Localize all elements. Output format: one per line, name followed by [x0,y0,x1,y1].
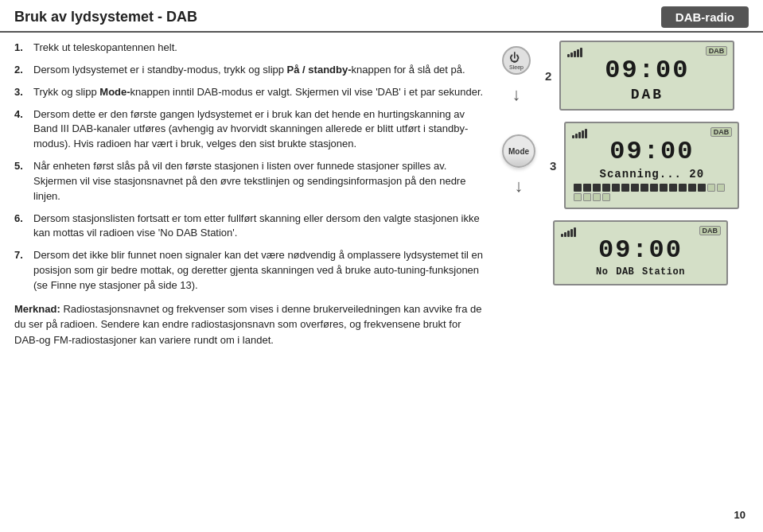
bar-1 [572,135,574,138]
dab-badge-3: DAB [699,226,722,235]
bar-5 [580,48,582,57]
display-label-3: No DAB Station [563,266,718,278]
scan-block [640,184,648,192]
bar-5 [574,227,576,237]
scan-block [660,184,668,192]
bar-4 [577,49,579,57]
step-1-num: 1. [14,41,29,56]
bar-2 [570,52,573,57]
step-6: 6. Dersom stasjonslisten fortsatt er tom… [14,212,488,242]
scan-block [707,184,715,192]
scan-block [669,184,677,192]
dab-badge-1: DAB [706,46,728,56]
scan-block [688,184,696,192]
section-badge: DAB-radio [661,6,749,28]
panel-2-row: Mode ↓ 3 DAB 09:00 Scanning... 20 [502,122,749,209]
main-content: 1. Trekk ut teleskopantennen helt. 2. De… [0,41,763,348]
step-5-text: Når enheten først slås på vil den første… [33,159,488,204]
signal-bars-1 [567,48,582,57]
scan-block [698,184,706,192]
scan-block [593,193,601,201]
step-3-num: 3. [14,85,29,100]
scan-block [583,193,591,201]
dab-badge-2: DAB [710,127,733,137]
scan-block [650,184,658,192]
power-icon: ⏻ [509,52,524,64]
radio-display-1: DAB 09:00 DAB [559,41,734,111]
bar-2 [575,134,578,138]
bar-1 [567,54,570,57]
merknad-text: Radiostasjonsnavnet og frekvenser som vi… [14,303,481,346]
page-number: 10 [734,509,745,521]
radio-display-3: DAB 09:00 No DAB Station [553,220,728,285]
power-button[interactable]: ⏻ Sleep [502,46,531,75]
mode-button-col: Mode ↓ [502,134,535,196]
bar-3 [574,51,576,57]
bar-3 [578,132,581,138]
mode-button[interactable]: Mode [502,134,535,168]
press-arrow-1: ↓ [512,84,521,105]
step-3: 3. Trykk og slipp Mode-knappen inntil DA… [14,85,488,100]
press-arrow-2: ↓ [515,176,524,196]
display-label-1: DAB [569,87,725,103]
step-7-num: 7. [14,248,29,293]
panel-1-row: ⏻ Sleep ↓ 2 DAB 09:00 DAB [502,41,749,111]
radio-display-2: DAB 09:00 Scanning... 20 [564,122,739,209]
step-1: 1. Trekk ut teleskopantennen helt. [14,41,488,56]
panels-column: ⏻ Sleep ↓ 2 DAB 09:00 DAB [502,41,749,348]
merknad-label: Merknad: [14,303,60,315]
bar-3 [567,231,570,237]
bar-2 [564,232,566,237]
scan-block [631,184,639,192]
step-3-text: Trykk og slipp Mode-knappen inntil DAB-m… [33,85,488,100]
scan-block [602,193,610,201]
step-4-num: 4. [14,107,29,153]
step-2-text: Dersom lydsystemet er i standby-modus, t… [33,63,488,78]
display-time-1: 09:00 [569,56,725,85]
step-4-text: Dersom dette er den første gangen lydsys… [33,107,488,153]
scan-block [583,184,591,192]
step-6-num: 6. [14,212,29,242]
step-1-text: Trekk ut teleskopantennen helt. [33,41,488,56]
panel-3-row: DAB 09:00 No DAB Station [502,220,749,285]
scan-block [612,184,620,192]
scan-block [602,184,610,192]
step-5-num: 5. [14,159,29,204]
scan-blocks [574,184,730,201]
step-4: 4. Dersom dette er den første gangen lyd… [14,107,488,153]
merknad-section: Merknad: Radiostasjonsnavnet og frekvens… [14,301,488,348]
step-indicator-3: 3 [550,159,556,173]
scan-block [593,184,601,192]
steps-column: 1. Trekk ut teleskopantennen helt. 2. De… [14,41,488,348]
page-title: Bruk av lydsystemet - DAB [14,9,197,25]
scan-block [574,193,582,201]
scan-block [679,184,687,192]
step-2: 2. Dersom lydsystemet er i standby-modus… [14,63,488,78]
step-indicator-2: 2 [545,69,551,83]
scan-block [574,184,582,192]
step-2-num: 2. [14,63,29,78]
bar-5 [585,129,587,138]
sleep-label: Sleep [509,64,524,70]
display-time-2: 09:00 [574,137,730,166]
step-5: 5. Når enheten først slås på vil den før… [14,159,488,204]
step-7-text: Dersom det ikke blir funnet noen signale… [33,248,488,293]
display-label-2: Scanning... 20 [574,168,730,181]
display-time-3: 09:00 [563,235,718,265]
signal-bars-2 [572,129,587,138]
scan-block [621,184,629,192]
bar-4 [570,229,573,237]
step-7: 7. Dersom det ikke blir funnet noen sign… [14,248,488,293]
power-button-col: ⏻ Sleep ↓ [502,46,531,105]
bar-1 [561,234,563,237]
scan-block [717,184,725,192]
step-6-text: Dersom stasjonslisten fortsatt er tom et… [33,212,488,242]
signal-bars-3 [561,227,576,237]
page-header: Bruk av lydsystemet - DAB DAB-radio [0,0,763,33]
mode-label: Mode [508,147,529,156]
bar-4 [582,130,584,138]
